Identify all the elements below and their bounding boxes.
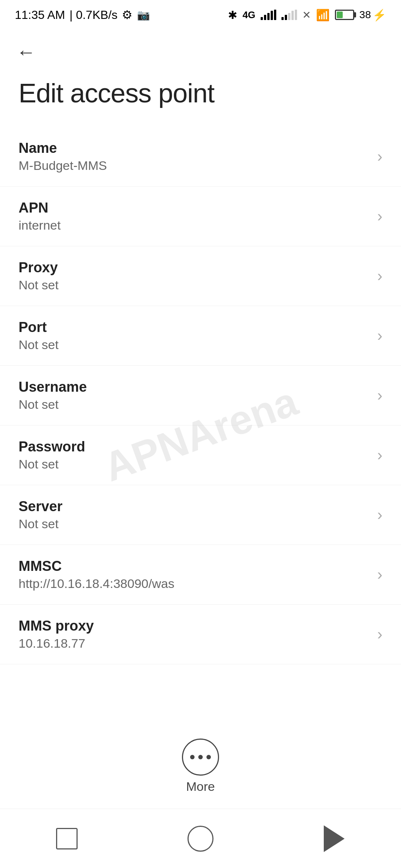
settings-item-value-6: Not set bbox=[19, 517, 370, 531]
status-bar: 11:35 AM | 0.7KB/s ⚙ 📷 ✱ 4G ✕ 📶 38 bbox=[0, 0, 401, 30]
more-circle-icon bbox=[182, 739, 219, 776]
status-right: ✱ 4G ✕ 📶 38 ⚡ bbox=[228, 9, 386, 22]
settings-item-value-5: Not set bbox=[19, 457, 370, 471]
settings-item-value-0: M-Budget-MMS bbox=[19, 158, 370, 173]
signal-bars-2 bbox=[281, 10, 297, 20]
settings-item-label-8: MMS proxy bbox=[19, 618, 370, 634]
nav-triangle-icon bbox=[324, 825, 345, 852]
settings-item-content-1: APN internet bbox=[19, 200, 370, 233]
chevron-right-icon-5: › bbox=[377, 446, 382, 464]
chevron-right-icon-2: › bbox=[377, 267, 382, 285]
settings-item-content-4: Username Not set bbox=[19, 379, 370, 412]
settings-item-content-8: MMS proxy 10.16.18.77 bbox=[19, 618, 370, 651]
more-label: More bbox=[186, 779, 215, 794]
settings-item-value-7: http://10.16.18.4:38090/was bbox=[19, 576, 370, 591]
settings-item-label-0: Name bbox=[19, 140, 370, 156]
chevron-right-icon-3: › bbox=[377, 327, 382, 345]
settings-item-value-8: 10.16.18.77 bbox=[19, 636, 370, 651]
more-button[interactable]: More bbox=[182, 739, 219, 794]
settings-item[interactable]: MMS proxy 10.16.18.77 › bbox=[0, 605, 401, 664]
back-arrow-icon: ← bbox=[16, 41, 36, 63]
nav-square-icon bbox=[56, 828, 78, 849]
settings-item[interactable]: Name M-Budget-MMS › bbox=[0, 127, 401, 187]
nav-home-button[interactable] bbox=[178, 824, 223, 854]
settings-item[interactable]: MMSC http://10.16.18.4:38090/was › bbox=[0, 545, 401, 605]
settings-item-label-1: APN bbox=[19, 200, 370, 216]
settings-item-value-4: Not set bbox=[19, 397, 370, 412]
speed-display: | 0.7KB/s bbox=[69, 8, 117, 22]
settings-item-content-2: Proxy Not set bbox=[19, 260, 370, 292]
settings-item[interactable]: Port Not set › bbox=[0, 306, 401, 366]
settings-item[interactable]: Username Not set › bbox=[0, 366, 401, 425]
chevron-right-icon-1: › bbox=[377, 207, 382, 225]
settings-item-label-3: Port bbox=[19, 319, 370, 335]
settings-item[interactable]: Server Not set › bbox=[0, 485, 401, 545]
settings-item-value-2: Not set bbox=[19, 278, 370, 292]
settings-item-content-7: MMSC http://10.16.18.4:38090/was bbox=[19, 558, 370, 591]
settings-item[interactable]: APN internet › bbox=[0, 187, 401, 246]
signal-bars-1 bbox=[261, 10, 276, 20]
settings-item-content-0: Name M-Budget-MMS bbox=[19, 140, 370, 173]
chevron-right-icon-6: › bbox=[377, 506, 382, 524]
settings-item-label-6: Server bbox=[19, 499, 370, 514]
toolbar: ← bbox=[0, 30, 401, 74]
time-display: 11:35 AM bbox=[15, 8, 65, 22]
back-button[interactable]: ← bbox=[11, 37, 41, 67]
settings-list: Name M-Budget-MMS › APN internet › Proxy… bbox=[0, 127, 401, 664]
settings-item-value-1: internet bbox=[19, 218, 370, 233]
charging-icon: ⚡ bbox=[372, 9, 386, 22]
settings-icon: ⚙ bbox=[122, 8, 133, 22]
nav-circle-icon bbox=[188, 826, 213, 852]
chevron-right-icon-4: › bbox=[377, 387, 382, 404]
settings-item-label-5: Password bbox=[19, 439, 370, 455]
settings-item-label-4: Username bbox=[19, 379, 370, 395]
chevron-right-icon-8: › bbox=[377, 625, 382, 643]
settings-item-content-3: Port Not set bbox=[19, 319, 370, 352]
page-title: Edit access point bbox=[0, 74, 401, 127]
battery-indicator: 38 ⚡ bbox=[335, 9, 386, 22]
network-4g-icon: 4G bbox=[242, 9, 255, 21]
wifi-icon: 📶 bbox=[316, 9, 330, 22]
settings-item-label-2: Proxy bbox=[19, 260, 370, 276]
settings-item-content-5: Password Not set bbox=[19, 439, 370, 471]
settings-item[interactable]: Proxy Not set › bbox=[0, 246, 401, 306]
video-icon: 📷 bbox=[137, 9, 150, 21]
settings-item[interactable]: Password Not set › bbox=[0, 425, 401, 485]
bluetooth-icon: ✱ bbox=[228, 9, 237, 22]
status-left: 11:35 AM | 0.7KB/s ⚙ 📷 bbox=[15, 8, 150, 22]
chevron-right-icon-0: › bbox=[377, 148, 382, 165]
more-dots-icon bbox=[190, 755, 211, 759]
no-signal-icon: ✕ bbox=[302, 9, 311, 21]
chevron-right-icon-7: › bbox=[377, 566, 382, 583]
battery-percent: 38 bbox=[359, 9, 371, 21]
nav-recent-apps-button[interactable] bbox=[45, 824, 89, 854]
settings-item-content-6: Server Not set bbox=[19, 499, 370, 531]
bottom-navigation bbox=[0, 809, 401, 868]
settings-item-value-3: Not set bbox=[19, 338, 370, 352]
settings-item-label-7: MMSC bbox=[19, 558, 370, 574]
nav-back-button[interactable] bbox=[312, 824, 356, 854]
